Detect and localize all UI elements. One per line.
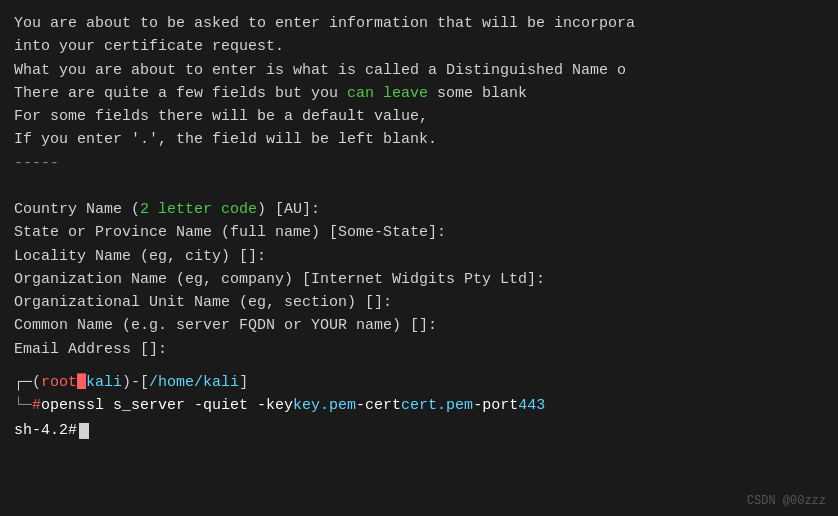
- line-12: Organization Name (eg, company) [Interne…: [14, 268, 824, 291]
- text: Country Name (: [14, 201, 140, 218]
- line-6: If you enter '.', the field will be left…: [14, 128, 824, 151]
- text: into your certificate request.: [14, 38, 284, 55]
- line-5: For some fields there will be a default …: [14, 105, 824, 128]
- prompt-corner: └─: [14, 394, 32, 417]
- line-7: -----: [14, 152, 824, 175]
- text: If you enter '.', the field will be left…: [14, 131, 437, 148]
- prompt-dash: ┌─: [14, 371, 32, 394]
- highlight-2letter: 2 letter code: [140, 201, 257, 218]
- line-13: Organizational Unit Name (eg, section) […: [14, 291, 824, 314]
- text: For some fields there will be a default …: [14, 108, 428, 125]
- prompt-paren-close: ): [122, 371, 131, 394]
- prompt-path: /home/kali: [149, 371, 239, 394]
- cmd-port-num: 443: [518, 394, 545, 417]
- cmd-openssl: openssl s_server -quiet -key: [41, 394, 293, 417]
- line-11: Locality Name (eg, city) []:: [14, 245, 824, 268]
- text: You are about to be asked to enter infor…: [14, 15, 635, 32]
- prompt-root: root: [41, 371, 77, 394]
- text: Locality Name (eg, city) []:: [14, 248, 266, 265]
- prompt-section-1: ┌─(root█kali)-[/home/kali] └─# openssl s…: [14, 371, 824, 418]
- text: Organizational Unit Name (eg, section) […: [14, 294, 392, 311]
- line-3: What you are about to enter is what is c…: [14, 59, 824, 82]
- text: ) [AU]:: [257, 201, 320, 218]
- cmd-port-flag: -port: [473, 394, 518, 417]
- highlight-can-leave: can leave: [347, 85, 428, 102]
- line-9: Country Name (2 letter code) [AU]:: [14, 198, 824, 221]
- line-2: into your certificate request.: [14, 35, 824, 58]
- text: What you are about to enter is what is c…: [14, 62, 626, 79]
- text: Organization Name (eg, company) [Interne…: [14, 271, 545, 288]
- separator: -----: [14, 155, 59, 172]
- text: Common Name (e.g. server FQDN or YOUR na…: [14, 317, 437, 334]
- text: There are quite a few fields but you: [14, 85, 347, 102]
- line-14: Common Name (e.g. server FQDN or YOUR na…: [14, 314, 824, 337]
- prompt-paren-open: (: [32, 371, 41, 394]
- line-15: Email Address []:: [14, 338, 824, 361]
- terminal: You are about to be asked to enter infor…: [0, 0, 838, 516]
- prompt-line-2: └─# openssl s_server -quiet -key key.pem…: [14, 394, 824, 417]
- text: some blank: [428, 85, 527, 102]
- prompt-line-1: ┌─(root█kali)-[/home/kali]: [14, 371, 824, 394]
- text: Email Address []:: [14, 341, 167, 358]
- prompt-bracket: -[: [131, 371, 149, 394]
- line-4: There are quite a few fields but you can…: [14, 82, 824, 105]
- prompt-line-3: sh-4.2#: [14, 419, 824, 442]
- prompt-bracket-close: ]: [239, 371, 248, 394]
- cursor: [79, 423, 89, 439]
- line-8: [14, 175, 824, 198]
- sh-prompt: sh-4.2#: [14, 419, 77, 442]
- prompt-block: █: [77, 371, 86, 394]
- line-10: State or Province Name (full name) [Some…: [14, 221, 824, 244]
- line-1: You are about to be asked to enter infor…: [14, 12, 824, 35]
- text: State or Province Name (full name) [Some…: [14, 224, 446, 241]
- prompt-hash: #: [32, 394, 41, 417]
- cmd-key-file: key.pem: [293, 394, 356, 417]
- cmd-cert-flag: -cert: [356, 394, 401, 417]
- cmd-cert-file: cert.pem: [401, 394, 473, 417]
- watermark: CSDN @00zzz: [747, 494, 826, 508]
- prompt-host: kali: [86, 371, 122, 394]
